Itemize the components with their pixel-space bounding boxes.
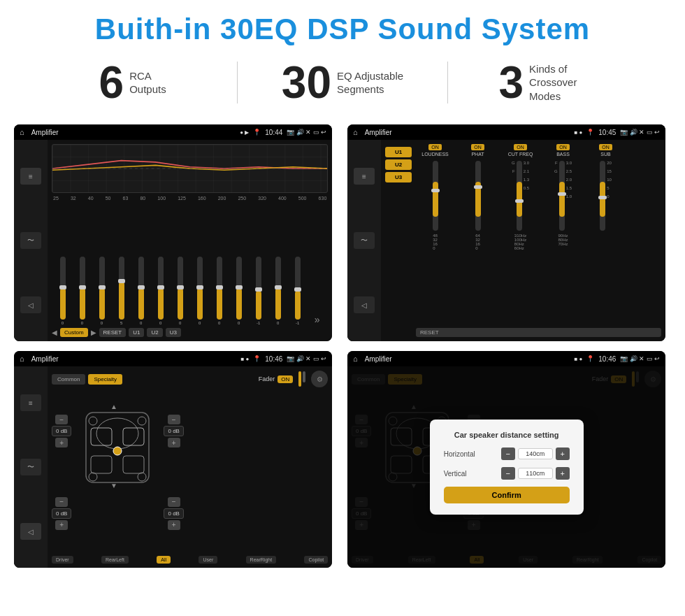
- fader-copilot-btn[interactable]: Copilot: [304, 556, 328, 564]
- fader-user-btn[interactable]: User: [199, 556, 217, 564]
- phat-on-btn[interactable]: ON: [471, 144, 484, 150]
- fader-screen-card: ⌂ Amplifier ■ ● 📍 10:46 📷 🔊 ✕ ▭ ↩ ≡ 〜 ◁ …: [14, 351, 332, 568]
- stat-crossover: 3 Kinds of Crossover Modes: [448, 60, 657, 105]
- fader-rearright-btn[interactable]: RearRight: [246, 556, 277, 564]
- loudness-channel: ON LOUDNESS 4832160: [416, 144, 454, 250]
- horizontal-plus-btn[interactable]: +: [556, 447, 570, 460]
- bass-channel: ON BASS FG 3.02.52.01.51.0: [544, 144, 582, 246]
- home-icon: ⌂: [20, 128, 24, 136]
- stat-rca-number: 6: [99, 60, 124, 105]
- vertical-label: Vertical: [444, 470, 486, 478]
- vertical-plus-btn[interactable]: +: [556, 467, 570, 480]
- fader-sidebar: ≡ 〜 ◁: [14, 366, 48, 568]
- eq-next-arrow[interactable]: ▶: [91, 329, 96, 336]
- stat-eq-number: 30: [282, 60, 331, 105]
- dialog-status-bar: ⌂ Amplifier ■ ● 📍 10:46 📷 🔊 ✕ ▭ ↩: [347, 351, 665, 366]
- crossover-location-icon: 📍: [586, 129, 594, 136]
- svg-point-8: [113, 447, 122, 455]
- crossover-sidebar-equalizer-icon[interactable]: ≡: [354, 168, 375, 185]
- fader-rear-right-plus[interactable]: +: [168, 520, 180, 530]
- fader-sidebar-equalizer-icon[interactable]: ≡: [20, 394, 41, 411]
- dialog-overlay: Car speaker distance setting Horizontal …: [347, 366, 665, 568]
- fader-specialty-tab[interactable]: Specialty: [88, 374, 122, 385]
- dialog-status-icons: 📷 🔊 ✕ ▭ ↩: [620, 355, 660, 362]
- svg-rect-5: [123, 428, 144, 445]
- svg-text:▲: ▲: [111, 403, 118, 410]
- phat-channel: ON PHAT 6432160: [459, 144, 497, 250]
- eq-time: 10:44: [265, 129, 282, 136]
- crossover-reset-btn[interactable]: RESET: [416, 328, 661, 337]
- svg-rect-7: [123, 456, 144, 473]
- sub-on-btn[interactable]: ON: [599, 144, 612, 150]
- page-title: Buith-in 30EQ DSP Sound System: [0, 0, 685, 53]
- bass-on-btn[interactable]: ON: [556, 144, 570, 150]
- vertical-minus-btn[interactable]: −: [501, 467, 515, 480]
- dialog-location-icon: 📍: [586, 355, 594, 362]
- fader-right-volumes: − 0 dB + − 0 dB +: [164, 392, 183, 553]
- fader-sidebar-speaker-icon[interactable]: ◁: [20, 523, 41, 540]
- eq-sliders: 0 0 0 5 0 0 0 0 0 0 -1 0 -1 »: [52, 203, 328, 325]
- eq-sidebar-wave-icon[interactable]: 〜: [20, 232, 41, 249]
- crossover-status-bar: ⌂ Amplifier ■ ● 📍 10:45 📷 🔊 ✕ ▭ ↩: [347, 124, 665, 140]
- fader-rear-left-plus[interactable]: +: [55, 520, 68, 530]
- svg-text:▼: ▼: [111, 482, 118, 489]
- svg-point-11: [89, 473, 97, 481]
- fader-front-right-vol: − 0 dB +: [164, 415, 183, 447]
- fader-rearleft-btn[interactable]: RearLeft: [101, 556, 129, 564]
- car-diagram: ▲ ▼: [75, 392, 159, 489]
- crossover-sidebar-speaker-icon[interactable]: ◁: [354, 296, 375, 313]
- fader-label: Fader: [259, 375, 275, 382]
- fader-front-right-minus[interactable]: −: [168, 415, 180, 424]
- confirm-button[interactable]: Confirm: [444, 487, 570, 503]
- fader-sidebar-wave-icon[interactable]: 〜: [20, 459, 41, 475]
- crossover-time: 10:45: [598, 129, 616, 136]
- eq-custom-btn[interactable]: Custom: [60, 328, 88, 337]
- eq-bottom-bar: ◀ Custom ▶ RESET U1 U2 U3: [52, 328, 328, 337]
- dialog-vertical-row: Vertical − 110cm +: [444, 467, 570, 480]
- stat-eq-label: EQ Adjustable Segments: [337, 69, 403, 96]
- fader-rear-left-minus[interactable]: −: [55, 497, 68, 507]
- stat-crossover-label: Kinds of Crossover Modes: [529, 62, 606, 103]
- horizontal-minus-btn[interactable]: −: [501, 447, 515, 460]
- cutfreq-on-btn[interactable]: ON: [514, 144, 527, 150]
- fader-location-icon: 📍: [253, 355, 261, 362]
- fader-front-left-minus[interactable]: −: [55, 415, 68, 424]
- fader-front-left-value: 0 dB: [52, 426, 71, 436]
- fader-all-btn[interactable]: All: [157, 556, 171, 564]
- fader-settings-icon[interactable]: ⚙: [311, 371, 328, 387]
- eq-sidebar-speaker-icon[interactable]: ◁: [20, 296, 41, 313]
- fader-driver-btn[interactable]: Driver: [52, 556, 73, 564]
- fader-front-right-plus[interactable]: +: [168, 438, 180, 447]
- eq-u2-btn[interactable]: U2: [147, 328, 162, 337]
- horizontal-label: Horizontal: [444, 450, 486, 458]
- loudness-on-btn[interactable]: ON: [428, 144, 442, 150]
- eq-location-icon: 📍: [253, 129, 261, 136]
- fader-main: Common Specialty Fader ON ⚙: [48, 366, 332, 568]
- fader-front-left-plus[interactable]: +: [55, 438, 68, 447]
- fader-status-icons: 📷 🔊 ✕ ▭ ↩: [287, 355, 326, 362]
- crossover-sidebar-wave-icon[interactable]: 〜: [354, 232, 375, 249]
- fader-rear-right-minus[interactable]: −: [168, 497, 180, 507]
- eq-sidebar-equalizer-icon[interactable]: ≡: [20, 168, 41, 185]
- eq-frequency-labels: 2532405063 80100125160200 25032040050063…: [52, 196, 328, 201]
- cutfreq-channel: ON CUT FREQ GF 3.02.11.30.5: [501, 144, 540, 250]
- eq-u3-btn[interactable]: U3: [166, 328, 181, 337]
- screenshots-grid: ⌂ Amplifier ● ▶ 📍 10:44 📷 🔊 ✕ ▭ ↩ ≡ 〜 ◁: [0, 117, 685, 582]
- fader-on-pill[interactable]: ON: [277, 375, 293, 383]
- crossover-home-icon: ⌂: [353, 128, 358, 136]
- crossover-u3-btn[interactable]: U3: [385, 172, 412, 182]
- crossover-u2-btn[interactable]: U2: [385, 159, 412, 170]
- crossover-u1-btn[interactable]: U1: [385, 147, 412, 157]
- eq-u1-btn[interactable]: U1: [129, 328, 144, 337]
- eq-status-icons: 📷 🔊 ✕ ▭ ↩: [287, 129, 326, 136]
- crossover-status-icons: 📷 🔊 ✕ ▭ ↩: [620, 129, 660, 136]
- speaker-distance-dialog: Car speaker distance setting Horizontal …: [430, 420, 584, 515]
- crossover-main: U1 U2 U3 ON LOUDNESS: [381, 140, 665, 341]
- eq-prev-arrow[interactable]: ◀: [52, 329, 57, 336]
- fader-common-tab[interactable]: Common: [52, 374, 85, 385]
- dialog-horizontal-row: Horizontal − 140cm +: [444, 447, 570, 460]
- svg-point-9: [89, 417, 97, 425]
- eq-graph: [52, 144, 328, 193]
- fader-status-bar: ⌂ Amplifier ■ ● 📍 10:46 📷 🔊 ✕ ▭ ↩: [14, 351, 332, 366]
- eq-reset-btn[interactable]: RESET: [99, 328, 127, 337]
